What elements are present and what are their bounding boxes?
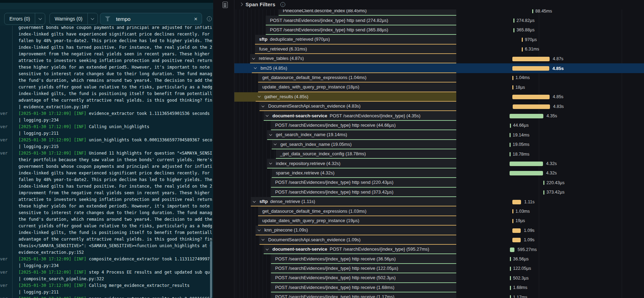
- log-line: evidence_extraction.py:152: [18, 249, 212, 256]
- span-name-cell[interactable]: POST /searchEvidences/{index_type} http …: [271, 264, 456, 273]
- span-row[interactable]: sparse_index.retrieve (4.32s)4.32s: [213, 168, 644, 178]
- span-name: fuse_retrieved (6.31ms): [255, 46, 307, 52]
- log-line: sensitive to interest rate changes due t…: [18, 71, 212, 77]
- span-name-cell[interactable]: POST /searchEvidences/{index_type} http …: [271, 254, 456, 264]
- search-input-value[interactable]: tempo: [116, 16, 194, 22]
- span-name-cell[interactable]: POST /searchEvidences/{index_type} http …: [271, 283, 456, 292]
- duration-tick: [512, 76, 513, 80]
- log-line: [2025-01-30 17:12:09] [INF] step 4 Proce…: [18, 269, 212, 276]
- duration-bar[interactable]: [512, 66, 549, 71]
- span-name-cell[interactable]: sparse_index.retrieve (4.32s): [272, 168, 456, 178]
- span-row[interactable]: POST /searchEvidences/{index_type} http …: [213, 254, 644, 264]
- document-icon[interactable]: [223, 2, 228, 8]
- span-name-cell[interactable]: retrieve_tables (4.87s): [250, 54, 456, 63]
- log-line: improvement from the negative real yield…: [18, 51, 212, 57]
- duration-bar[interactable]: [513, 104, 550, 109]
- span-name-cell[interactable]: POST /searchEvidences/{index_type} http …: [271, 292, 456, 298]
- span-row[interactable]: _get_data_source_index_config (18.78ms)1…: [213, 149, 644, 159]
- duration-bar[interactable]: [512, 57, 550, 61]
- duration-bar[interactable]: [512, 238, 521, 242]
- span-name-cell[interactable]: get_search_index_name (19.05ms): [272, 140, 456, 149]
- span-name-cell[interactable]: index_repository.retrieve (4.32s): [267, 159, 456, 168]
- filter-funnel-icon: [105, 16, 110, 21]
- span-row[interactable]: get_datasource_default_time_expressions …: [213, 73, 644, 83]
- span-name-cell[interactable]: get_datasource_default_time_expressions …: [258, 73, 456, 83]
- span-name-cell[interactable]: sftpdense_retrieve (1.11s): [251, 197, 456, 206]
- span-row[interactable]: sftpdense_retrieve (1.11s)1.11s: [213, 197, 644, 206]
- span-row[interactable]: DocumentSearchApi.search_evidence (4.83s…: [213, 102, 644, 111]
- span-name-cell[interactable]: PineconeClient.describe_index (88.45ms): [279, 9, 456, 16]
- log-scrollbar[interactable]: [210, 241, 212, 298]
- span-name-cell[interactable]: POST /searchEvidences/{index_type} http …: [266, 25, 456, 35]
- duration-tick: [543, 190, 544, 195]
- span-row[interactable]: POST /searchEvidences/{index_type} http …: [213, 178, 644, 187]
- span-row[interactable]: document-search-servicePOST /searchEvide…: [213, 245, 644, 254]
- span-name-cell[interactable]: _get_data_source_index_config (18.78ms): [276, 149, 456, 159]
- span-row[interactable]: POST /searchEvidences/{index_type} http …: [213, 25, 644, 35]
- span-filters-title[interactable]: Span Filters: [246, 2, 275, 7]
- log-line: index-linked gilts has turned positive. …: [18, 183, 212, 190]
- duration-label: 19µs: [515, 216, 525, 226]
- duration-bar[interactable]: [510, 171, 543, 175]
- span-name-cell[interactable]: POST /searchEvidences/{index_type} http …: [266, 16, 456, 25]
- span-name: bm25 (4.85s): [256, 65, 287, 71]
- log-search-input[interactable]: tempo ×: [100, 13, 202, 25]
- span-row[interactable]: POST /searchEvidences/{index_type} http …: [213, 292, 644, 298]
- errors-dropdown-toggle[interactable]: [35, 13, 45, 24]
- span-name-cell[interactable]: POST /searchEvidences/{index_type} http …: [271, 188, 456, 197]
- span-row[interactable]: bm25 (4.85s)4.85s: [213, 63, 644, 73]
- span-name-cell[interactable]: DocumentSearchApi.search_evidence (4.83s…: [259, 102, 456, 111]
- span-name-cell[interactable]: document-search-servicePOST /searchEvide…: [264, 245, 456, 254]
- service-name: document-search-service: [272, 246, 327, 252]
- span-name-cell[interactable]: bm25 (4.85s): [252, 63, 456, 73]
- duration-label: 1.11s: [524, 197, 535, 206]
- span-row[interactable]: POST /searchEvidences/{index_type} http …: [213, 16, 644, 25]
- log-filter-info-icon[interactable]: i: [207, 16, 212, 21]
- span-name-cell[interactable]: POST /searchEvidences/{index_type} http …: [271, 273, 456, 283]
- span-row[interactable]: document-search-servicePOST /searchEvide…: [213, 111, 644, 120]
- span-name-cell[interactable]: document-search-servicePOST /searchEvide…: [264, 111, 456, 120]
- span-name-cell[interactable]: gather_results (4.85s): [256, 92, 456, 102]
- span-name-cell[interactable]: get_search_index_name (19.14ms): [267, 130, 456, 140]
- duration-bar[interactable]: [510, 114, 543, 118]
- span-row[interactable]: knn_pinecone (1.09s)1.09s: [213, 226, 644, 235]
- span-row[interactable]: get_search_index_name (19.05ms)19.05ms: [213, 140, 644, 149]
- span-name-cell[interactable]: POST /searchEvidences/{index_type} http …: [271, 178, 456, 187]
- span-row[interactable]: PineconeClient.describe_index (88.45ms)8…: [213, 9, 644, 16]
- span-row[interactable]: get_datasource_default_time_expressions …: [213, 206, 644, 216]
- chevron-right-icon[interactable]: [240, 3, 243, 6]
- span-row[interactable]: POST /searchEvidences/{index_type} http …: [213, 188, 644, 197]
- duration-bar[interactable]: [510, 162, 543, 166]
- duration-bar[interactable]: [510, 248, 514, 252]
- span-name-cell[interactable]: update_dates_with_query_prep_instance (1…: [258, 216, 456, 226]
- warnings-filter-button[interactable]: Warnings (0): [49, 13, 98, 25]
- span-row[interactable]: fuse_retrieved (6.31ms)6.31ms: [213, 45, 644, 54]
- span-name-cell[interactable]: POST /searchEvidences/{index_type} http …: [271, 121, 456, 130]
- gutter-divider: [12, 9, 13, 298]
- span-name-cell[interactable]: update_dates_with_query_prep_instance (1…: [258, 83, 456, 92]
- warnings-dropdown-toggle[interactable]: [87, 13, 98, 24]
- span-name-cell[interactable]: knn_pinecone (1.09s): [256, 226, 456, 235]
- span-name-cell[interactable]: get_datasource_default_time_expressions …: [258, 206, 456, 216]
- duration-bar[interactable]: [512, 200, 521, 204]
- span-filters-info-icon[interactable]: i: [280, 2, 285, 7]
- span-name-cell[interactable]: fuse_retrieved (6.31ms): [255, 45, 456, 54]
- span-row[interactable]: get_search_index_name (19.14ms)19.14ms: [213, 130, 644, 140]
- span-row[interactable]: DocumentSearchApi.search_evidence (1.09s…: [213, 235, 644, 245]
- span-row[interactable]: sftpdeduplicate_retrieved (970µs)970µs: [213, 35, 644, 44]
- span-row[interactable]: update_dates_with_query_prep_instance (1…: [213, 216, 644, 226]
- duration-bar[interactable]: [512, 95, 550, 99]
- duration-bar[interactable]: [512, 228, 521, 233]
- span-row[interactable]: gather_results (4.85s)4.85s: [213, 92, 644, 102]
- clear-search-icon[interactable]: ×: [194, 16, 197, 22]
- span-name-cell[interactable]: DocumentSearchApi.search_evidence (1.09s…: [259, 235, 456, 245]
- span-name-cell[interactable]: sftpdeduplicate_retrieved (970µs): [255, 35, 456, 44]
- errors-filter-button[interactable]: Errors (0): [4, 13, 45, 25]
- span-row[interactable]: POST /searchEvidences/{index_type} http …: [213, 264, 644, 273]
- span-row[interactable]: POST /searchEvidences/{index_type} http …: [213, 273, 644, 283]
- span-row[interactable]: index_repository.retrieve (4.32s)4.32s: [213, 159, 644, 168]
- span-row[interactable]: POST /searchEvidences/{index_type} http …: [213, 121, 644, 130]
- span-row[interactable]: retrieve_tables (4.87s)4.87s: [213, 54, 644, 63]
- span-row[interactable]: update_dates_with_query_prep_instance (1…: [213, 83, 644, 92]
- span-row[interactable]: POST /searchEvidences/{index_type} http …: [213, 283, 644, 292]
